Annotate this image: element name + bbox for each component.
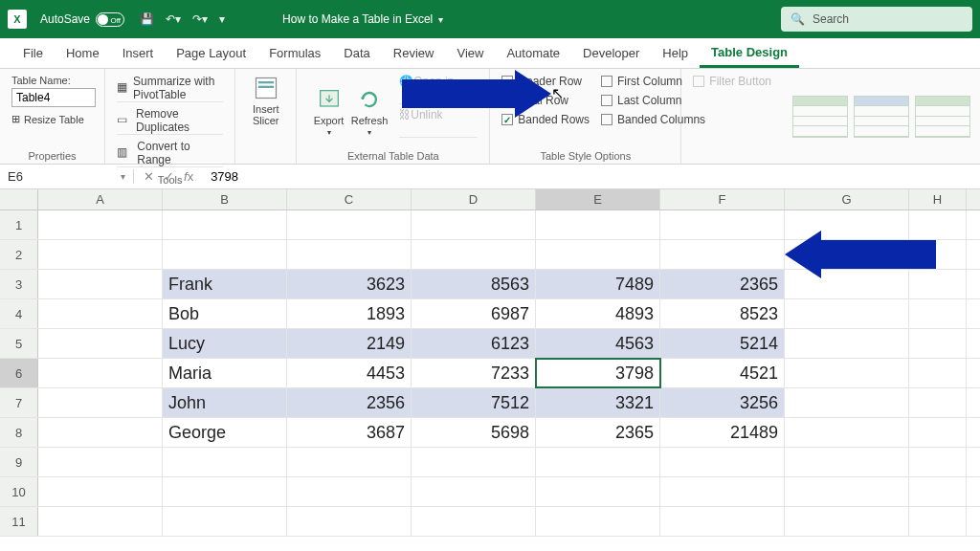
spreadsheet-grid[interactable]: A B C D E F G H 1 2 3Frank36238563748923… <box>0 189 980 537</box>
cell[interactable]: 1893 <box>287 299 412 328</box>
tab-file[interactable]: File <box>11 38 55 68</box>
cell[interactable]: 2365 <box>536 418 660 447</box>
table-style-swatch[interactable] <box>854 96 909 138</box>
col-header[interactable]: D <box>412 189 536 209</box>
row-header[interactable]: 8 <box>0 418 38 447</box>
slicer-icon <box>253 75 279 101</box>
document-title[interactable]: How to Make a Table in Excel ▾ <box>282 12 443 26</box>
tab-home[interactable]: Home <box>55 38 111 68</box>
resize-table-button[interactable]: ⊞ Resize Table <box>11 113 93 125</box>
chevron-down-icon[interactable]: ▾ <box>438 14 443 25</box>
redo-icon[interactable]: ↷▾ <box>192 12 208 26</box>
cell[interactable]: 21489 <box>660 418 785 447</box>
cell[interactable]: 7233 <box>412 359 536 387</box>
row-header[interactable]: 3 <box>0 270 38 298</box>
tab-insert[interactable]: Insert <box>111 38 166 68</box>
annotation-arrow-icon <box>794 235 957 274</box>
table-name-input[interactable] <box>11 88 96 107</box>
group-properties: Table Name: ⊞ Resize Table Properties <box>0 69 105 164</box>
tab-review[interactable]: Review <box>382 38 446 68</box>
row-header[interactable]: 9 <box>0 448 38 476</box>
table-name-label: Table Name: <box>11 75 93 86</box>
cell[interactable]: 8523 <box>660 299 785 328</box>
cell[interactable]: 7489 <box>536 270 660 298</box>
cell[interactable]: George <box>163 418 287 447</box>
cell[interactable]: 5214 <box>660 329 785 358</box>
row-header[interactable]: 6 <box>0 359 38 387</box>
resize-icon: ⊞ <box>11 113 20 125</box>
cell[interactable]: 2356 <box>287 388 412 417</box>
cell[interactable]: 4453 <box>287 359 412 387</box>
cell[interactable]: John <box>163 388 287 417</box>
toggle-off-icon[interactable]: Off <box>96 12 124 27</box>
tab-page-layout[interactable]: Page Layout <box>165 38 257 68</box>
row-header[interactable]: 5 <box>0 329 38 358</box>
row-header[interactable]: 10 <box>0 477 38 506</box>
cell[interactable]: 6987 <box>412 299 536 328</box>
annotation-arrow-icon <box>383 75 555 113</box>
insert-slicer-button[interactable]: Insert Slicer <box>240 75 292 126</box>
cell[interactable]: 6123 <box>412 329 536 358</box>
save-icon[interactable]: 💾 <box>140 12 154 26</box>
row-header[interactable]: 7 <box>0 388 38 417</box>
refresh-icon <box>356 86 383 113</box>
cell[interactable]: Frank <box>163 270 287 298</box>
cell[interactable]: 4521 <box>660 359 785 387</box>
ribbon-tabs: File Home Insert Page Layout Formulas Da… <box>0 38 980 69</box>
summarize-pivot-button[interactable]: ▦Summarize with PivotTable <box>117 75 223 102</box>
remove-duplicates-button[interactable]: ▭Remove Duplicates <box>117 107 223 135</box>
col-header[interactable]: A <box>38 189 163 209</box>
name-box[interactable]: E6 ▾ <box>0 169 134 184</box>
cell[interactable]: 5698 <box>412 418 536 447</box>
undo-icon[interactable]: ↶▾ <box>166 12 181 26</box>
cell[interactable]: 3321 <box>536 388 660 417</box>
table-style-swatch[interactable] <box>915 96 970 138</box>
col-header[interactable]: B <box>163 189 287 209</box>
row-header[interactable]: 4 <box>0 299 38 328</box>
formula-bar: E6 ▾ ✕ ✓ fx 3798 <box>0 165 980 189</box>
select-all-corner[interactable] <box>0 189 38 209</box>
col-header[interactable]: F <box>660 189 785 209</box>
export-button[interactable]: Export▾ <box>308 75 348 148</box>
row-header[interactable]: 1 <box>0 210 38 239</box>
cell[interactable]: 4893 <box>536 299 660 328</box>
enter-icon[interactable]: ✓ <box>164 169 174 184</box>
search-icon: 🔍 <box>791 12 805 26</box>
col-header[interactable]: H <box>909 189 967 209</box>
cell[interactable]: 2365 <box>660 270 785 298</box>
tab-automate[interactable]: Automate <box>495 38 571 68</box>
fx-icon[interactable]: fx <box>184 169 193 184</box>
qat-more-icon[interactable]: ▾ <box>219 12 225 26</box>
formula-input[interactable]: 3798 <box>203 169 238 184</box>
cell[interactable]: Lucy <box>163 329 287 358</box>
cell[interactable]: 8563 <box>412 270 536 298</box>
cell[interactable]: Maria <box>163 359 287 387</box>
cell[interactable]: 2149 <box>287 329 412 358</box>
col-header[interactable]: C <box>287 189 412 209</box>
tab-table-design[interactable]: Table Design <box>700 38 799 68</box>
svg-rect-2 <box>258 86 274 88</box>
cell[interactable]: 3256 <box>660 388 785 417</box>
row-header[interactable]: 11 <box>0 507 38 536</box>
col-header[interactable]: E <box>536 189 660 209</box>
autosave-toggle[interactable]: AutoSave Off <box>40 12 124 27</box>
tab-view[interactable]: View <box>445 38 495 68</box>
tab-formulas[interactable]: Formulas <box>257 38 332 68</box>
chevron-down-icon[interactable]: ▾ <box>121 171 125 182</box>
cell[interactable]: 3687 <box>287 418 412 447</box>
active-cell[interactable]: 3798 <box>536 359 660 387</box>
cell[interactable]: 3623 <box>287 270 412 298</box>
tab-data[interactable]: Data <box>332 38 381 68</box>
col-header[interactable]: G <box>785 189 909 209</box>
cancel-icon[interactable]: ✕ <box>144 169 154 184</box>
table-style-swatch[interactable] <box>792 96 848 138</box>
cell[interactable]: Bob <box>163 299 287 328</box>
row-header[interactable]: 2 <box>0 240 38 269</box>
convert-range-button[interactable]: ▥Convert to Range <box>117 140 223 167</box>
cell[interactable]: 7512 <box>412 388 536 417</box>
group-slicer: Insert Slicer <box>235 69 297 164</box>
tab-help[interactable]: Help <box>651 38 700 68</box>
search-input[interactable]: 🔍 Search <box>781 7 972 32</box>
tab-developer[interactable]: Developer <box>571 38 651 68</box>
cell[interactable]: 4563 <box>536 329 660 358</box>
